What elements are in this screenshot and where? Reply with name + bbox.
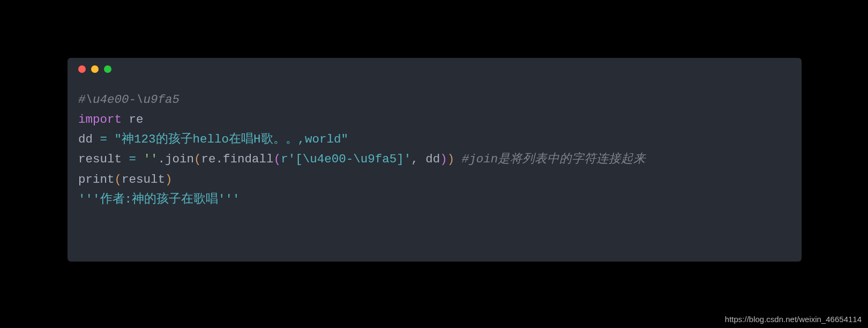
minimize-icon[interactable] xyxy=(91,65,99,73)
code-line-4-p1o: ( xyxy=(194,152,201,166)
code-line-3-var: dd xyxy=(78,132,100,146)
code-line-2-module: re xyxy=(122,113,144,126)
code-line-4-p2o: ( xyxy=(274,152,281,166)
code-line-4-var: result xyxy=(78,152,129,166)
code-line-5-arg: result xyxy=(122,173,165,187)
code-line-4-findall: re.findall xyxy=(201,152,274,166)
code-line-4-join: .join xyxy=(158,152,194,166)
code-line-4-rstr: r'[\u4e00-\u9fa5]' xyxy=(281,152,411,166)
code-line-3-string: "神123的孩子hello在唱H歌。。,world" xyxy=(107,132,348,146)
code-content: #\u4e00-\u9fa5 import re dd = "神123的孩子he… xyxy=(68,80,802,223)
maximize-icon[interactable] xyxy=(104,65,111,73)
code-window: #\u4e00-\u9fa5 import re dd = "神123的孩子he… xyxy=(68,58,802,262)
code-line-2-keyword: import xyxy=(78,113,122,126)
code-line-5-print: print xyxy=(78,173,115,187)
code-line-4-p2c: ) xyxy=(440,152,447,166)
code-line-4-op: = xyxy=(129,152,137,166)
code-line-4-comment: #join是将列表中的字符连接起来 xyxy=(462,152,646,166)
code-line-3-op: = xyxy=(100,132,108,146)
code-line-5-po: ( xyxy=(115,173,122,187)
code-line-4-comma: , dd xyxy=(411,152,440,166)
code-line-1-comment: #\u4e00-\u9fa5 xyxy=(78,93,179,107)
watermark-text: https://blog.csdn.net/weixin_46654114 xyxy=(725,315,862,324)
code-line-4-sp2 xyxy=(454,152,462,166)
close-icon[interactable] xyxy=(78,65,86,73)
code-line-4-sp1 xyxy=(136,152,144,166)
code-line-4-p1c: ) xyxy=(447,152,455,166)
code-line-4-emptystr: '' xyxy=(144,152,158,166)
window-titlebar xyxy=(68,58,802,80)
code-line-5-pc: ) xyxy=(165,173,173,187)
code-line-6-docstring: '''作者:神的孩子在歌唱''' xyxy=(78,192,240,206)
